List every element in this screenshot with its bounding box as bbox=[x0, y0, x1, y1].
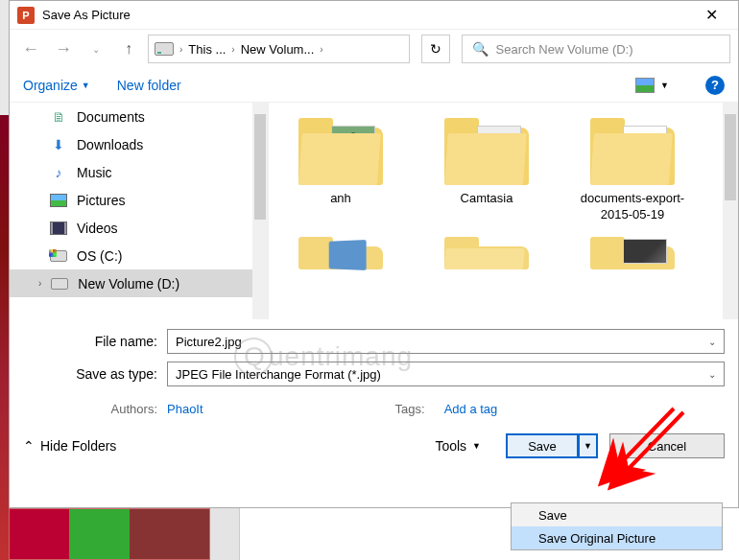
authors-value[interactable]: PhaoIt bbox=[167, 402, 203, 416]
breadcrumb-level1[interactable]: This ... bbox=[188, 42, 226, 57]
titlebar: P Save As Picture ✕ bbox=[10, 1, 738, 30]
cancel-button[interactable]: Cancel bbox=[609, 433, 725, 458]
folder-icon bbox=[298, 241, 383, 269]
chevron-down-icon[interactable]: ⌄ bbox=[708, 337, 716, 347]
search-input[interactable]: 🔍 Search New Volume (D:) bbox=[462, 35, 731, 63]
nav-forward-button[interactable]: → bbox=[50, 35, 77, 62]
save-as-dialog: P Save As Picture ✕ ← → ⌄ ↑ › This ... ›… bbox=[9, 0, 739, 508]
save-button[interactable]: Save bbox=[506, 433, 579, 458]
dialog-footer: ⌃ Hide Folders Tools ▼ Save ▼ Cancel bbox=[10, 416, 738, 472]
breadcrumb-level2[interactable]: New Volum... bbox=[241, 42, 315, 57]
help-button[interactable]: ? bbox=[705, 76, 725, 95]
tree-downloads[interactable]: ⬇ Downloads bbox=[10, 130, 268, 158]
background-strip bbox=[0, 115, 9, 560]
pictures-icon bbox=[50, 192, 67, 209]
folder-camtasia[interactable]: Camtasia bbox=[424, 118, 549, 223]
sidebar-scrollbar[interactable] bbox=[252, 103, 268, 319]
save-form: File name: Picture2.jpg ⌄ Save as type: … bbox=[10, 319, 738, 398]
tree-pictures[interactable]: Pictures bbox=[10, 186, 268, 214]
filename-input[interactable]: Picture2.jpg ⌄ bbox=[167, 329, 725, 354]
documents-icon: 🗎 bbox=[50, 108, 67, 126]
chevron-right-icon: › bbox=[38, 278, 41, 289]
address-breadcrumb[interactable]: › This ... › New Volum... › bbox=[148, 35, 410, 63]
folder-content[interactable]: anh Camtasia documents-export-2015-05-19 bbox=[269, 103, 738, 319]
downloads-icon: ⬇ bbox=[50, 136, 67, 153]
tree-music[interactable]: ♪ Music bbox=[10, 158, 268, 186]
chevron-up-icon: ⌃ bbox=[23, 438, 35, 454]
nav-back-button[interactable]: ← bbox=[17, 35, 44, 62]
folder-icon bbox=[444, 241, 529, 269]
hide-folders-button[interactable]: ⌃ Hide Folders bbox=[23, 438, 116, 454]
nav-recent-dropdown[interactable]: ⌄ bbox=[83, 35, 109, 62]
folder-icon bbox=[444, 118, 529, 185]
folder-tree: 🗎 Documents ⬇ Downloads ♪ Music Pictures bbox=[10, 103, 269, 319]
tags-label: Tags: bbox=[395, 402, 425, 416]
folder-partial[interactable] bbox=[278, 241, 403, 269]
metadata-row: Authors: PhaoIt Tags: Add a tag bbox=[10, 398, 738, 416]
tree-videos[interactable]: Videos bbox=[10, 214, 268, 242]
slide-thumbnail bbox=[9, 508, 210, 560]
tags-value[interactable]: Add a tag bbox=[444, 402, 498, 416]
chevron-down-icon: ▼ bbox=[82, 81, 90, 90]
view-menu[interactable]: ▼ bbox=[635, 78, 669, 93]
search-placeholder: Search New Volume (D:) bbox=[496, 42, 633, 57]
chevron-right-icon: › bbox=[320, 44, 322, 55]
content-scrollbar[interactable] bbox=[723, 103, 738, 319]
chevron-right-icon: › bbox=[179, 44, 182, 55]
save-dropdown-button[interactable]: ▼ bbox=[579, 433, 598, 458]
music-icon: ♪ bbox=[50, 164, 67, 181]
drive-icon bbox=[51, 278, 68, 290]
savetype-label: Save as type: bbox=[23, 366, 157, 382]
nav-up-button[interactable]: ↑ bbox=[115, 35, 142, 62]
chevron-right-icon: › bbox=[231, 44, 234, 55]
tree-drive-d[interactable]: › New Volume (D:) bbox=[10, 269, 268, 297]
toolbar: Organize▼ New folder ▼ ? bbox=[10, 68, 738, 103]
tree-drive-c[interactable]: OS (C:) bbox=[10, 242, 268, 269]
powerpoint-icon: P bbox=[17, 7, 35, 24]
filename-label: File name: bbox=[23, 334, 157, 349]
drive-icon bbox=[50, 250, 67, 262]
navigation-bar: ← → ⌄ ↑ › This ... › New Volum... › ↻ 🔍 … bbox=[10, 30, 738, 68]
drive-icon bbox=[155, 42, 174, 56]
folder-documents-export[interactable]: documents-export-2015-05-19 bbox=[570, 118, 695, 223]
new-folder-button[interactable]: New folder bbox=[117, 78, 181, 93]
close-button[interactable]: ✕ bbox=[692, 2, 730, 29]
videos-icon bbox=[50, 220, 67, 237]
chevron-down-icon: ▼ bbox=[660, 81, 669, 90]
folder-partial[interactable] bbox=[424, 241, 549, 269]
folder-partial[interactable] bbox=[570, 241, 695, 269]
savetype-select[interactable]: JPEG File Interchange Format (*.jpg) ⌄ bbox=[167, 362, 725, 386]
folder-anh[interactable]: anh bbox=[278, 118, 403, 223]
authors-label: Authors: bbox=[23, 402, 157, 416]
folder-icon bbox=[590, 118, 675, 185]
chevron-down-icon[interactable]: ⌄ bbox=[708, 369, 716, 380]
dropdown-save-original[interactable]: Save Original Picture bbox=[512, 526, 722, 549]
tree-documents[interactable]: 🗎 Documents bbox=[10, 103, 268, 130]
tools-menu[interactable]: Tools ▼ bbox=[435, 438, 481, 454]
window-title: Save As Picture bbox=[42, 8, 692, 22]
refresh-button[interactable]: ↻ bbox=[421, 35, 450, 63]
view-icon bbox=[635, 78, 655, 93]
folder-icon bbox=[590, 241, 675, 269]
folder-icon bbox=[298, 118, 383, 185]
chevron-down-icon: ▼ bbox=[472, 441, 481, 451]
search-icon: 🔍 bbox=[472, 41, 489, 57]
dropdown-save[interactable]: Save bbox=[512, 503, 722, 526]
organize-menu[interactable]: Organize▼ bbox=[23, 78, 90, 93]
save-dropdown-menu: Save Save Original Picture bbox=[511, 502, 723, 550]
